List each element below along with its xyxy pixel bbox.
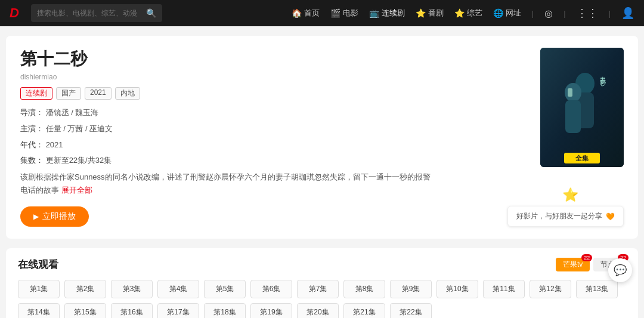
movie-icon: 🎬	[330, 8, 340, 18]
play-button[interactable]: ▶ 立即播放	[20, 206, 89, 227]
nav-anime[interactable]: ⭐ 番剧	[416, 8, 444, 18]
tag-year[interactable]: 2021	[85, 87, 112, 100]
grid-icon[interactable]: ⋮⋮	[577, 7, 598, 20]
episodes-label: 集数：	[20, 156, 44, 165]
svg-text:全集: 全集	[575, 155, 589, 162]
play-label: 立即播放	[42, 211, 76, 222]
episode-button[interactable]: 第22集	[390, 303, 432, 318]
pinyin-text: dishiermiao	[20, 73, 528, 81]
episode-grid: 第1集第2集第3集第4集第5集第6集第7集第8集第9集第10集第11集第12集第…	[18, 280, 626, 318]
director-row: 导演： 潘镜丞 / 魏玉海	[20, 107, 528, 119]
episode-button[interactable]: 第12集	[530, 280, 571, 298]
episode-button[interactable]: 第3集	[111, 280, 153, 298]
search-bar: 🔍	[31, 4, 162, 22]
director-label: 导演：	[20, 108, 44, 117]
share-icon: 🧡	[606, 212, 615, 221]
svg-rect-4	[565, 100, 581, 133]
episode-button[interactable]: 第21集	[343, 303, 385, 318]
episode-button[interactable]: 第11集	[483, 280, 525, 298]
tag-list: 连续剧 国产 2021 内地	[20, 87, 528, 100]
source-tab-mangotv-badge: 22	[581, 254, 592, 261]
star-icon-anime: ⭐	[416, 8, 426, 18]
cast-label: 主演：	[20, 124, 44, 133]
play-icon: ▶	[33, 212, 39, 221]
episode-button[interactable]: 第1集	[18, 280, 60, 298]
nav-movies[interactable]: 🎬 电影	[330, 8, 358, 18]
main-content: 第十二秒 dishiermiao 连续剧 国产 2021 内地 导演： 潘镜丞 …	[6, 26, 638, 318]
year-row: 年代： 2021	[20, 139, 528, 152]
nav-web-label: 网址	[506, 8, 521, 18]
source-tab-mangotv-label: 芒果tv	[563, 260, 583, 268]
chat-button[interactable]: 💬	[608, 258, 632, 282]
svg-point-3	[565, 83, 581, 102]
nav-circle-icon[interactable]: ◎	[544, 8, 553, 19]
episode-button[interactable]: 第7集	[297, 280, 339, 298]
share-box[interactable]: 好影片，与好朋友一起分享 🧡	[507, 206, 624, 227]
chat-icon: 💬	[614, 264, 627, 277]
section-header: 在线观看 芒果tv 22 节点1 22	[18, 258, 626, 271]
source-tab-mangotv[interactable]: 芒果tv 22	[556, 258, 590, 271]
nav-divider3: |	[609, 9, 611, 18]
episode-button[interactable]: 第18集	[204, 303, 246, 318]
episode-button[interactable]: 第17集	[157, 303, 199, 318]
detail-card: 第十二秒 dishiermiao 连续剧 国产 2021 内地 导演： 潘镜丞 …	[6, 36, 638, 239]
nav-variety-label: 综艺	[467, 8, 482, 18]
tag-area[interactable]: 内地	[115, 87, 140, 100]
episode-button[interactable]: 第6集	[250, 280, 292, 298]
episode-button[interactable]: 第2集	[64, 280, 106, 298]
nav-web[interactable]: 🌐 网址	[493, 8, 521, 18]
search-input[interactable]	[37, 9, 143, 17]
nav-variety[interactable]: ⭐ 综艺	[454, 8, 482, 18]
episodes-row: 集数： 更新至22集/共32集	[20, 155, 528, 167]
episode-button[interactable]: 第15集	[64, 303, 106, 318]
nav-series[interactable]: 📺 连续剧	[369, 8, 405, 18]
detail-info: 第十二秒 dishiermiao 连续剧 国产 2021 内地 导演： 潘镜丞 …	[20, 48, 528, 227]
episode-button[interactable]: 第5集	[204, 280, 246, 298]
nav-home[interactable]: 🏠 首页	[292, 8, 320, 18]
tag-type[interactable]: 连续剧	[20, 87, 52, 100]
episode-button[interactable]: 第19集	[250, 303, 292, 318]
episode-button[interactable]: 第10集	[436, 280, 478, 298]
nav-area: 🏠 首页 🎬 电影 📺 连续剧 ⭐ 番剧 ⭐ 综艺 🌐 网址 | ◎ | ⋮⋮ …	[292, 7, 634, 20]
nav-anime-label: 番剧	[428, 8, 444, 18]
cast-row: 主演： 任量 / 万茜 / 巫迪文	[20, 123, 528, 135]
director-value: 潘镜丞 / 魏玉海	[46, 108, 99, 117]
online-watch-section: 在线观看 芒果tv 22 节点1 22 第1集第2集第3集第4集第5集第6集第7…	[6, 248, 638, 318]
favorite-star[interactable]: ⭐	[562, 187, 578, 203]
nav-divider2: |	[564, 9, 565, 18]
tag-region[interactable]: 国产	[56, 87, 81, 100]
cast-value: 任量 / 万茜 / 巫迪文	[46, 124, 113, 133]
tv-icon: 📺	[369, 8, 379, 18]
online-watch-title: 在线观看	[18, 258, 58, 271]
episode-button[interactable]: 第14集	[18, 303, 60, 318]
search-icon[interactable]: 🔍	[146, 8, 156, 18]
synopsis-text: 该剧根据操作家Sunness的同名小说改编，讲述了刑警赵亦晨怀孕六个月的妻子胡珈…	[20, 171, 438, 197]
page-title: 第十二秒	[20, 48, 528, 70]
svg-rect-5	[568, 88, 572, 97]
episode-button[interactable]: 第9集	[390, 280, 432, 298]
episode-button[interactable]: 第4集	[157, 280, 199, 298]
episode-button[interactable]: 第16集	[111, 303, 153, 318]
nav-series-label: 连续剧	[382, 8, 405, 18]
nav-divider: |	[532, 9, 534, 18]
header: D 🔍 🏠 首页 🎬 电影 📺 连续剧 ⭐ 番剧 ⭐ 综艺 🌐 网址 |	[0, 0, 644, 26]
share-text: 好影片，与好朋友一起分享	[516, 211, 602, 221]
logo[interactable]: D	[10, 5, 19, 21]
star-icon-variety: ⭐	[454, 8, 465, 18]
nav-home-label: 首页	[304, 8, 320, 18]
expand-link[interactable]: 展开全部	[61, 186, 92, 194]
poster-image: 盅十二秒 全集	[540, 48, 624, 167]
year-label: 年代：	[20, 140, 44, 149]
year-value: 2021	[46, 140, 63, 149]
web-icon: 🌐	[493, 8, 503, 18]
user-icon[interactable]: 👤	[621, 7, 634, 20]
episode-button[interactable]: 第8集	[343, 280, 385, 298]
episodes-value: 更新至22集/共32集	[46, 156, 112, 165]
episode-button[interactable]: 第13集	[576, 280, 618, 298]
nav-movies-label: 电影	[343, 8, 358, 18]
home-icon: 🏠	[292, 8, 302, 18]
episode-button[interactable]: 第20集	[297, 303, 339, 318]
